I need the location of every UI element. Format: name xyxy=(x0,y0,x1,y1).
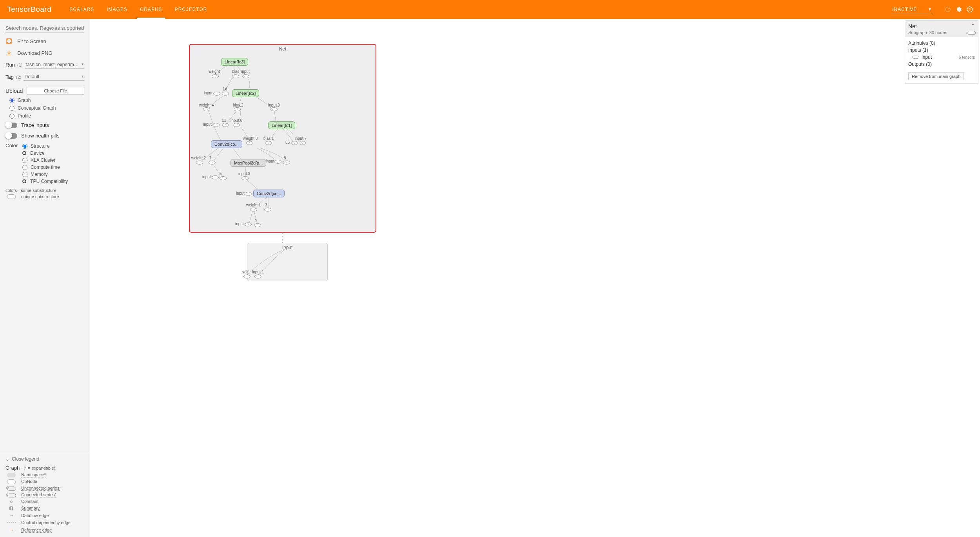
health-pills-toggle[interactable] xyxy=(5,133,17,139)
label-input7: input.7 xyxy=(295,136,307,141)
circle-icon xyxy=(22,179,26,183)
tag-select[interactable]: Default xyxy=(24,73,84,81)
op-ellipse[interactable] xyxy=(291,141,298,145)
op-ellipse[interactable] xyxy=(274,160,281,164)
op-ellipse[interactable] xyxy=(265,141,272,145)
info-input-name[interactable]: input xyxy=(922,54,932,60)
op-ellipse[interactable] xyxy=(222,92,229,96)
close-legend-button[interactable]: ⌄ Close legend. xyxy=(0,453,90,463)
run-count: (1) xyxy=(17,63,22,67)
op-ellipse[interactable] xyxy=(254,223,261,227)
upload-graph-radio[interactable] xyxy=(9,98,15,103)
tab-images[interactable]: IMAGES xyxy=(100,0,134,19)
op-ellipse[interactable] xyxy=(242,74,249,78)
tab-projector[interactable]: PROJECTOR xyxy=(169,0,214,19)
op-ellipse[interactable] xyxy=(212,123,220,127)
op-ellipse[interactable] xyxy=(232,74,239,78)
fit-to-screen-button[interactable]: Fit to Screen xyxy=(0,35,90,47)
op-ellipse[interactable] xyxy=(243,275,250,278)
help-icon[interactable]: ? xyxy=(964,4,975,15)
constant-icon xyxy=(10,501,13,503)
op-ellipse[interactable] xyxy=(245,192,252,196)
net-subgraph[interactable]: Net Linear[fc3] weight bias input input … xyxy=(189,44,376,233)
legend-unconnected: Unconnected series* xyxy=(21,486,61,491)
health-pills-label: Show health pills xyxy=(21,133,60,139)
op-ellipse[interactable] xyxy=(246,141,253,145)
op-ellipse[interactable] xyxy=(250,208,257,212)
refresh-icon xyxy=(942,4,953,15)
label-input1: input.1 xyxy=(252,270,264,274)
op-ellipse[interactable] xyxy=(196,161,203,165)
node-linear-fc3[interactable]: Linear[fc3] xyxy=(221,58,248,66)
label-5: 5 xyxy=(220,172,222,176)
color-structure-radio[interactable] xyxy=(22,144,27,149)
label-self: self xyxy=(242,270,249,274)
label-bias2: bias.2 xyxy=(233,103,243,107)
upload-conceptual-radio[interactable] xyxy=(9,106,15,111)
collapse-icon[interactable]: ⌃ xyxy=(971,23,975,29)
remove-from-graph-button[interactable]: Remove from main graph xyxy=(908,72,964,80)
op-ellipse[interactable] xyxy=(245,222,252,226)
upload-profile-radio[interactable] xyxy=(9,114,15,119)
pill-icon xyxy=(7,194,16,199)
legend-note: (* = expandable) xyxy=(24,466,55,470)
search-input[interactable] xyxy=(5,24,84,33)
op-ellipse[interactable] xyxy=(241,176,249,180)
tab-scalars[interactable]: SCALARS xyxy=(63,0,100,19)
sidebar: Fit to Screen Download PNG Run (1) fashi… xyxy=(0,19,90,537)
choose-file-button[interactable]: Choose File xyxy=(27,87,84,95)
trace-inputs-label: Trace inputs xyxy=(21,122,49,128)
op-ellipse[interactable] xyxy=(220,176,227,180)
label-weight4: weight.4 xyxy=(199,103,214,107)
upload-graph-label: Graph xyxy=(18,98,31,103)
label-input9: input.9 xyxy=(268,103,280,107)
trace-inputs-toggle[interactable] xyxy=(5,123,17,128)
color-memory-radio[interactable] xyxy=(22,172,27,177)
label-bias1: bias.1 xyxy=(263,136,274,141)
node-conv2d-lower[interactable]: Conv2d[co... xyxy=(253,190,285,197)
legend-opnode: OpNode xyxy=(21,479,37,484)
run-select[interactable]: fashion_mnist_experiment_1 xyxy=(25,61,84,69)
op-ellipse[interactable] xyxy=(212,74,219,78)
label-86: 86 xyxy=(285,140,290,145)
legend-title: Graph xyxy=(5,465,20,471)
color-xla-radio[interactable] xyxy=(22,158,27,163)
app-header: TensorBoard SCALARS IMAGES GRAPHS PROJEC… xyxy=(0,0,980,19)
op-ellipse[interactable] xyxy=(283,161,290,165)
node-linear-fc2[interactable]: Linear[fc2] xyxy=(232,89,259,97)
settings-icon[interactable] xyxy=(953,4,964,15)
label-input: input xyxy=(202,175,211,179)
tab-graphs[interactable]: GRAPHS xyxy=(134,0,169,19)
graph-canvas[interactable]: Net Linear[fc3] weight bias input input … xyxy=(90,19,903,537)
node-conv2d-upper[interactable]: Conv2d[co... xyxy=(211,140,242,148)
label-input3: input.3 xyxy=(238,172,250,176)
op-ellipse[interactable] xyxy=(270,107,278,111)
node-linear-fc1[interactable]: Linear[fc1] xyxy=(268,121,295,129)
download-png-button[interactable]: Download PNG xyxy=(0,47,90,59)
op-ellipse[interactable] xyxy=(264,208,271,212)
op-ellipse[interactable] xyxy=(213,92,220,96)
status-select[interactable]: INACTIVE ▼ xyxy=(891,5,934,14)
op-ellipse[interactable] xyxy=(203,107,210,111)
input-subgraph[interactable]: Input self input.1 xyxy=(247,243,328,281)
op-ellipse[interactable] xyxy=(299,141,306,145)
op-ellipse[interactable] xyxy=(209,161,216,165)
unconnected-series-icon xyxy=(6,486,16,491)
op-ellipse[interactable] xyxy=(234,107,241,111)
namespace-icon xyxy=(7,473,16,477)
color-compute-radio[interactable] xyxy=(22,165,27,170)
color-structure-label: Structure xyxy=(31,143,50,149)
label-input: input xyxy=(266,159,274,163)
legend-reference: Reference edge xyxy=(21,528,52,533)
circle-icon xyxy=(22,151,26,155)
op-ellipse[interactable] xyxy=(222,123,229,127)
op-ellipse[interactable] xyxy=(212,175,219,179)
color-compute-label: Compute time xyxy=(31,165,60,170)
connected-series-icon xyxy=(6,493,16,497)
color-xla-label: XLA Cluster xyxy=(31,157,55,163)
graph-connector xyxy=(282,233,283,244)
op-ellipse[interactable] xyxy=(254,275,261,278)
op-ellipse[interactable] xyxy=(233,123,240,127)
node-maxpool2d[interactable]: MaxPool2d[p... xyxy=(230,159,266,167)
download-icon xyxy=(5,49,13,56)
